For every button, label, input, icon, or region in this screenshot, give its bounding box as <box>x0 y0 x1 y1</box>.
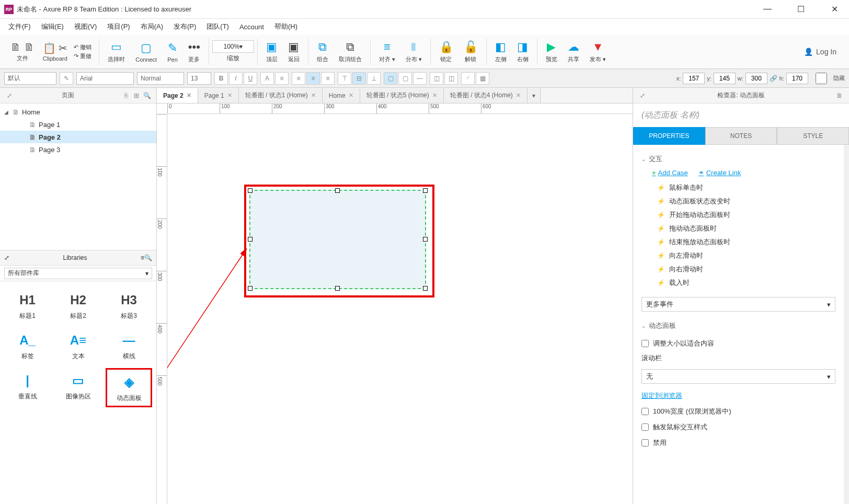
menu-team[interactable]: 团队(T) <box>202 20 233 33</box>
interaction-event[interactable]: ⚡向右滑动时 <box>641 262 835 276</box>
valign-bottom-button[interactable]: ⊥ <box>367 72 381 85</box>
interaction-event[interactable]: ⚡向左滑动时 <box>641 249 835 262</box>
align-icon[interactable]: ≡ <box>384 40 391 54</box>
connect-icon[interactable]: ▢ <box>141 41 152 55</box>
close-tab-icon[interactable]: ✕ <box>227 92 232 99</box>
close-tab-icon[interactable]: ✕ <box>187 92 191 99</box>
pin-browser-link[interactable]: 固定到浏览器 <box>641 392 682 399</box>
close-tab-icon[interactable]: ✕ <box>311 92 316 99</box>
library-widget[interactable]: H2标题2 <box>55 288 101 324</box>
padding-button[interactable]: ▦ <box>476 72 489 85</box>
library-select[interactable]: 所有部件库▾ <box>4 268 152 279</box>
inspector-note-icon[interactable]: 🗎 <box>834 92 845 99</box>
bullets-button[interactable]: ≡ <box>275 72 289 85</box>
interaction-event[interactable]: ⚡鼠标单击时 <box>641 181 835 194</box>
inspector-collapse-icon[interactable]: ⤢ <box>637 92 648 99</box>
add-case-link[interactable]: +Add Case <box>652 169 688 177</box>
line-style-button[interactable]: — <box>413 72 427 85</box>
canvas-tab[interactable]: 轮番图 / 状态4 (Home)✕ <box>444 88 527 103</box>
select-icon[interactable]: ▭ <box>111 40 122 54</box>
scrollbar-combo[interactable]: 无▾ <box>641 369 835 384</box>
library-widget[interactable]: A≡文本 <box>55 328 101 364</box>
library-widget[interactable]: —横线 <box>106 328 152 364</box>
add-page-icon[interactable]: ⊞ <box>131 92 142 99</box>
close-tab-icon[interactable]: ✕ <box>516 92 521 99</box>
group-icon[interactable]: ⧉ <box>318 40 327 54</box>
menu-account[interactable]: Account <box>235 21 268 33</box>
ungroup-icon[interactable]: ⧉ <box>346 40 354 54</box>
size-combo[interactable]: 13 <box>187 72 211 85</box>
w-input[interactable] <box>745 73 767 84</box>
collapse-icon[interactable]: ⤢ <box>4 92 15 99</box>
lib-search-icon[interactable]: 🔍 <box>144 254 152 261</box>
left-panel-icon[interactable]: ◧ <box>495 40 506 54</box>
share-icon[interactable]: ☁ <box>568 40 579 54</box>
notes-tab[interactable]: NOTES <box>705 127 777 145</box>
inner-shadow-button[interactable]: ◫ <box>444 72 458 85</box>
menu-project[interactable]: 项目(P) <box>103 20 134 33</box>
menu-help[interactable]: 帮助(H) <box>270 20 302 33</box>
dynamic-panel-widget[interactable] <box>249 190 426 289</box>
library-widget[interactable]: H3标题3 <box>106 288 152 324</box>
lock-icon[interactable]: 🔒 <box>439 40 453 54</box>
interaction-event[interactable]: ⚡结束拖放动态面板时 <box>641 235 835 249</box>
dp-section[interactable]: ⌄动态面板 <box>641 319 835 333</box>
menu-publish[interactable]: 发布(P) <box>169 20 200 33</box>
menu-file[interactable]: 文件(F) <box>4 20 35 33</box>
library-widget[interactable]: H1标题1 <box>4 288 51 324</box>
distribute-icon[interactable]: ⫴ <box>411 40 416 54</box>
weight-combo[interactable]: Normal <box>137 72 184 85</box>
canvas-tab[interactable]: 轮番图 / 状态5 (Home)✕ <box>360 88 444 103</box>
undo-button[interactable]: ↶ 撤销 <box>74 43 91 51</box>
style-combo[interactable]: 默认 <box>4 72 56 85</box>
fit-content-checkbox[interactable] <box>641 340 649 347</box>
h-input[interactable] <box>786 73 808 84</box>
properties-tab[interactable]: PROPERTIES <box>633 127 705 145</box>
interaction-event[interactable]: ⚡动态面板状态改变时 <box>641 194 835 208</box>
lib-collapse-icon[interactable]: ⤢ <box>4 254 9 261</box>
widget-name-input[interactable]: (动态面板 名称) <box>633 104 849 127</box>
lib-menu-icon[interactable]: ≡ <box>141 254 144 261</box>
bold-button[interactable]: B <box>214 72 228 85</box>
more-tabs-button[interactable]: ▾ <box>527 88 541 103</box>
redo-button[interactable]: ↷ 重做 <box>74 52 91 60</box>
unlock-icon[interactable]: 🔓 <box>464 40 478 54</box>
hide-checkbox[interactable] <box>810 73 832 84</box>
right-panel-icon[interactable]: ◨ <box>517 40 528 54</box>
italic-button[interactable]: I <box>229 72 243 85</box>
y-input[interactable] <box>714 73 736 84</box>
create-link[interactable]: ⚭Create Link <box>698 169 741 177</box>
clipboard-icons[interactable]: 📋 ✂ <box>43 42 68 54</box>
underline-button[interactable]: U <box>244 72 257 85</box>
library-widget[interactable]: ▭图像热区 <box>55 368 101 407</box>
fill-button[interactable]: ▢ <box>384 72 397 85</box>
x-input[interactable] <box>683 73 705 84</box>
publish-icon[interactable]: ▼ <box>592 40 604 54</box>
zoom-select[interactable]: 100% ▾ <box>212 40 254 53</box>
interaction-event[interactable]: ⚡开始拖动动态面板时 <box>641 208 835 222</box>
canvas-tab[interactable]: Page 2✕ <box>157 88 198 103</box>
style-edit-icon[interactable]: ✎ <box>60 72 73 85</box>
disabled-checkbox[interactable] <box>641 439 649 446</box>
page-tree-item[interactable]: 🗎Page 3 <box>0 143 156 156</box>
search-pages-icon[interactable]: 🔍 <box>142 92 152 99</box>
corner-button[interactable]: ◜ <box>461 72 475 85</box>
menu-edit[interactable]: 编辑(E) <box>37 20 68 33</box>
page-tree-item[interactable]: ◢🗎Home <box>0 106 156 118</box>
maximize-button[interactable]: ☐ <box>790 4 811 14</box>
style-tab[interactable]: STYLE <box>777 127 849 145</box>
page-tree-item[interactable]: 🗎Page 1 <box>0 118 156 131</box>
front-icon[interactable]: ▣ <box>266 40 277 54</box>
close-tab-icon[interactable]: ✕ <box>432 92 437 99</box>
preview-icon[interactable]: ▶ <box>547 40 556 54</box>
more-icon[interactable]: ••• <box>188 40 200 54</box>
interactions-section[interactable]: ⌄交互 <box>641 152 835 166</box>
font-combo[interactable]: Arial <box>76 72 134 85</box>
login-button[interactable]: 👤 Log In <box>804 48 843 56</box>
align-right-button[interactable]: ≡ <box>321 72 335 85</box>
canvas-tab[interactable]: 轮番图 / 状态1 (Home)✕ <box>239 88 323 103</box>
align-left-button[interactable]: ≡ <box>292 72 305 85</box>
canvas-tab[interactable]: Home✕ <box>323 88 360 103</box>
valign-middle-button[interactable]: ⊟ <box>352 72 366 85</box>
pen-icon[interactable]: ✎ <box>168 41 177 55</box>
